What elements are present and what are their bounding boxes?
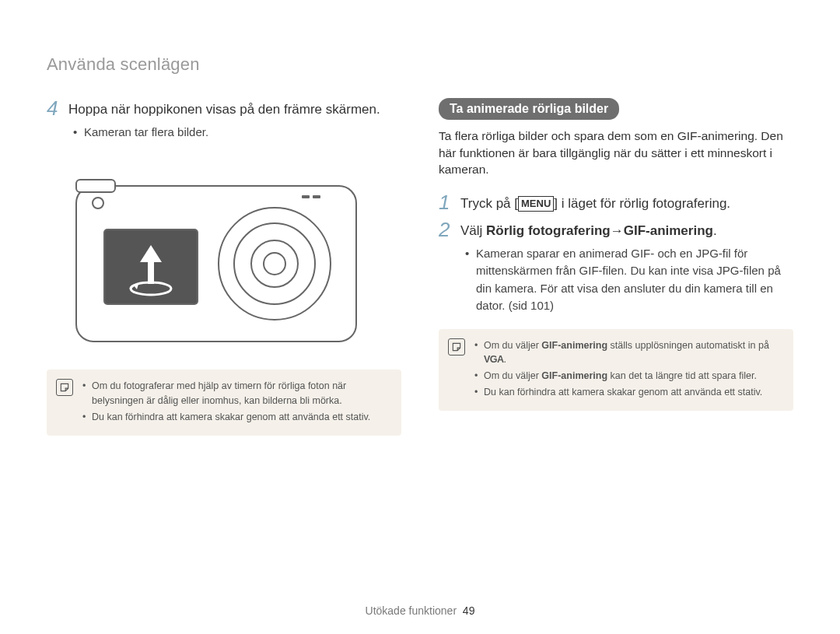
left-column: 4 Hoppa när hoppikonen visas på den främ… [47,98,401,436]
list-item: Om du fotograferar med hjälp av timern f… [82,379,390,407]
footer-section: Utökade funktioner [366,604,457,617]
list-item: Du kan förhindra att kamera skakar genom… [474,385,782,399]
arrow-icon: → [611,222,624,240]
step-2: 2 Välj Rörlig fotografering → GIF-animer… [439,219,793,240]
menu-path-item: Rörlig fotografering [486,223,611,238]
text-fragment: . [504,354,506,365]
list-item: Kameran sparar en animerad GIF- och en J… [465,245,793,315]
text-fragment: ställs upplösningen automatiskt in på [607,340,769,351]
text-fragment: Tryck på [ [460,196,518,211]
text-fragment: Välj [460,223,486,238]
section-intro: Ta flera rörliga bilder och spara dem so… [439,128,793,178]
note-list: Om du väljer GIF-animering ställs upplös… [474,338,782,402]
manual-page: Använda scenlägen 4 Hoppa när hoppikonen… [0,0,840,634]
note-list: Om du fotograferar med hjälp av timern f… [82,379,390,426]
bold-term: GIF-animering [541,340,607,351]
menu-path-item: GIF-animering [624,223,713,238]
step-4: 4 Hoppa när hoppikonen visas på den främ… [47,98,401,119]
step-text: Tryck på [MENU] i läget för rörlig fotog… [460,192,730,213]
svg-rect-10 [313,195,320,198]
step-number: 1 [439,192,453,212]
breadcrumb: Använda scenlägen [47,54,793,75]
list-item: Om du väljer GIF-animering kan det ta lä… [474,369,782,383]
text-fragment: kan det ta längre tid att spara filer. [607,370,757,381]
right-column: Ta animerade rörliga bilder Ta flera rör… [439,98,793,436]
svg-rect-1 [76,180,115,192]
menu-button-label: MENU [518,196,554,212]
step-4-bullets: Kameran tar flera bilder. [73,124,401,142]
step-text: Hoppa när hoppikonen visas på den främre… [68,98,380,119]
content-columns: 4 Hoppa när hoppikonen visas på den främ… [47,98,793,436]
note-icon [56,379,73,396]
text-fragment: Om du väljer [484,340,541,351]
camera-illustration [68,163,364,349]
section-pill: Ta animerade rörliga bilder [439,98,619,120]
list-item: Om du väljer GIF-animering ställs upplös… [474,338,782,366]
list-item: Kameran tar flera bilder. [73,124,401,142]
vga-label: VGA [484,354,504,365]
note-box-left: Om du fotograferar med hjälp av timern f… [47,370,401,435]
step-number: 2 [439,219,453,240]
step-text: Välj Rörlig fotografering → GIF-animerin… [460,219,717,240]
bold-term: GIF-animering [541,370,607,381]
page-number: 49 [463,604,475,617]
text-fragment: . [713,223,717,238]
step-1: 1 Tryck på [MENU] i läget för rörlig fot… [439,192,793,213]
text-fragment: ] i läget för rörlig fotografering. [554,196,730,211]
note-box-right: Om du väljer GIF-animering ställs upplös… [439,329,793,412]
svg-rect-9 [302,195,310,198]
list-item: Du kan förhindra att kamera skakar genom… [82,410,390,424]
step-2-bullets: Kameran sparar en animerad GIF- och en J… [465,245,793,315]
step-number: 4 [47,98,61,118]
text-fragment: Om du väljer [484,370,541,381]
note-icon [448,338,465,356]
page-footer: Utökade funktioner 49 [0,604,840,617]
